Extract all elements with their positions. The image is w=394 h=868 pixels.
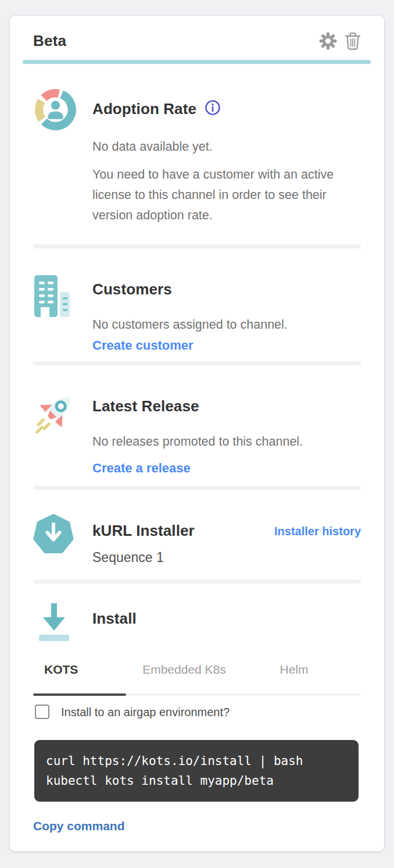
- section-divider: [33, 361, 361, 365]
- adoption-donut-icon: [33, 87, 75, 226]
- trash-icon[interactable]: [345, 31, 361, 51]
- airgap-label: Install to an airgap environment?: [61, 705, 230, 719]
- info-icon[interactable]: [204, 99, 221, 119]
- channel-title: Beta: [33, 31, 319, 51]
- header-actions: [319, 31, 361, 51]
- adoption-empty-message: No data available yet.: [92, 138, 361, 155]
- card-header: Beta: [33, 31, 361, 51]
- settings-icon[interactable]: [319, 32, 337, 50]
- section-install: Install: [33, 584, 361, 646]
- buildings-icon: [33, 273, 75, 354]
- tab-embedded-k8s[interactable]: Embedded K8s: [126, 663, 242, 694]
- install-title: Install: [92, 609, 361, 628]
- section-divider: [33, 244, 361, 248]
- kurl-sequence-label: Sequence 1: [92, 548, 274, 567]
- airgap-checkbox[interactable]: [35, 705, 49, 719]
- tab-kots[interactable]: KOTS: [33, 663, 126, 694]
- create-release-link[interactable]: Create a release: [92, 460, 191, 477]
- tab-helm[interactable]: Helm: [242, 663, 346, 694]
- install-command-block: curl https://kots.io/install | bash kube…: [34, 740, 359, 802]
- adoption-hint-text: You need to have a customer with an acti…: [92, 165, 354, 226]
- installer-history-link[interactable]: Installer history: [274, 524, 361, 567]
- section-divider: [33, 579, 361, 584]
- section-kurl-installer: kURL Installer Sequence 1 Installer hist…: [33, 490, 361, 579]
- install-tabs: KOTS Embedded K8s Helm: [33, 663, 361, 695]
- create-customer-link[interactable]: Create customer: [92, 337, 194, 354]
- kurl-heptagon-icon: [33, 513, 75, 567]
- airgap-row: Install to an airgap environment?: [35, 705, 361, 719]
- section-heading-row: Adoption Rate: [92, 99, 361, 119]
- section-divider: [33, 486, 361, 490]
- latest-release-title: Latest Release: [92, 397, 361, 415]
- channel-card: Beta: [9, 15, 385, 852]
- command-line: kubectl kots install myapp/beta: [46, 771, 347, 791]
- section-adoption-rate: Adoption Rate No data available yet. You…: [33, 64, 361, 244]
- section-customers: Customers No customers assigned to chann…: [33, 248, 361, 361]
- rocket-icon: [33, 389, 75, 477]
- command-line: curl https://kots.io/install | bash: [46, 751, 347, 771]
- adoption-rate-title: Adoption Rate: [92, 100, 196, 118]
- download-icon: [33, 602, 75, 646]
- section-latest-release: Latest Release No releases promoted to t…: [33, 365, 361, 486]
- customers-empty-message: No customers assigned to channel.: [92, 316, 361, 333]
- customers-title: Customers: [92, 280, 361, 298]
- channel-accent-bar: [23, 60, 371, 64]
- kurl-installer-title: kURL Installer: [92, 521, 274, 540]
- copy-command-link[interactable]: Copy command: [33, 819, 125, 833]
- latest-release-empty-message: No releases promoted to this channel.: [92, 433, 361, 450]
